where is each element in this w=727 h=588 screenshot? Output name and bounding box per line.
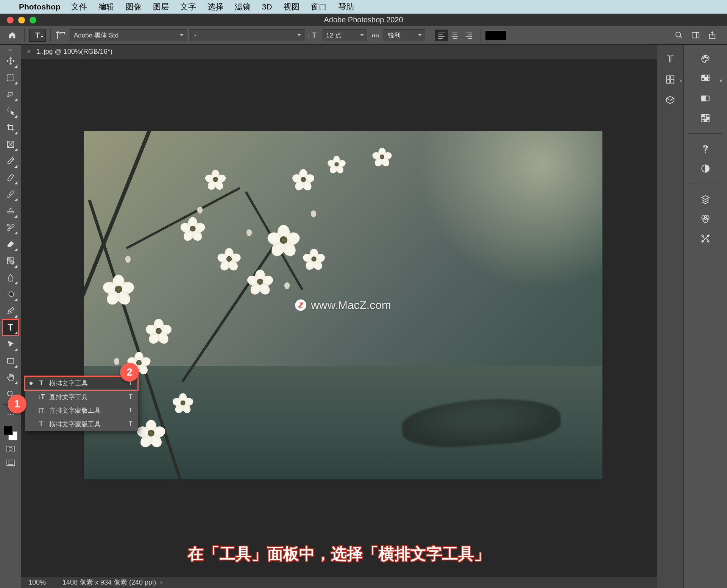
menubar-app-name[interactable]: Photoshop (19, 2, 61, 11)
blur-tool[interactable] (3, 270, 19, 285)
menu-view[interactable]: 视图 (284, 2, 300, 12)
font-size-icon: TT (307, 30, 319, 41)
quick-select-tool[interactable] (3, 103, 19, 119)
frame-tool[interactable] (3, 136, 19, 152)
menu-edit[interactable]: 编辑 (98, 2, 114, 12)
tool-preset-dropdown[interactable]: T (29, 29, 46, 42)
path-select-tool[interactable] (3, 336, 19, 352)
marquee-tool[interactable] (3, 70, 19, 86)
svg-rect-32 (702, 96, 705, 101)
menu-help[interactable]: 帮助 (338, 2, 354, 12)
flyout-vertical-type-mask[interactable]: ⁞T 直排文字蒙版工具 T (25, 404, 138, 417)
zoom-window-button[interactable] (30, 17, 36, 23)
crop-tool[interactable] (3, 120, 19, 136)
flyout-shortcut: T (129, 393, 133, 401)
home-button[interactable] (5, 29, 20, 42)
gradient-tool[interactable] (3, 253, 19, 269)
menu-window[interactable]: 窗口 (311, 2, 327, 12)
channels-panel-icon[interactable] (699, 212, 712, 226)
close-tab-icon[interactable]: × (27, 48, 31, 56)
patterns-panel-icon[interactable] (699, 111, 712, 125)
adjustments-panel-icon[interactable] (699, 162, 712, 175)
font-family-dropdown[interactable]: Adobe 黑体 Std (70, 29, 187, 41)
svg-rect-36 (704, 119, 707, 122)
menu-filter[interactable]: 滤镜 (235, 2, 251, 12)
svg-rect-20 (667, 80, 670, 83)
flyout-horizontal-type-mask[interactable]: T 横排文字蒙版工具 T (25, 417, 138, 431)
menu-image[interactable]: 图像 (126, 2, 142, 12)
color-panel-icon[interactable] (699, 52, 712, 66)
view-mode-icon[interactable] (691, 30, 700, 40)
move-tool[interactable] (3, 53, 19, 69)
lasso-tool[interactable] (3, 86, 19, 102)
type-tool[interactable]: T (3, 320, 19, 335)
status-flyout-icon[interactable]: › (160, 579, 162, 586)
svg-rect-21 (671, 80, 674, 83)
align-right-button[interactable] (462, 30, 476, 41)
dodge-tool[interactable] (3, 286, 19, 302)
minimize-window-button[interactable] (18, 17, 25, 23)
align-left-button[interactable] (435, 30, 448, 41)
menu-file[interactable]: 文件 (71, 2, 87, 12)
swatches-panel-icon[interactable] (699, 72, 712, 86)
menu-type[interactable]: 文字 (180, 2, 196, 12)
svg-rect-29 (705, 78, 707, 81)
gradients-panel-icon[interactable] (699, 92, 712, 105)
flyout-shortcut: T (129, 407, 133, 414)
svg-rect-30 (707, 78, 709, 81)
healing-brush-tool[interactable] (3, 170, 19, 186)
canvas[interactable]: Z www.MacZ.com 在「工具」面板中，选择「横排文字工具」 100% … (21, 59, 657, 588)
document-tab[interactable]: 1..jpg @ 100%(RGB/16*) (36, 48, 112, 56)
brush-tool[interactable] (3, 186, 19, 202)
color-swatches[interactable] (3, 425, 18, 441)
flyout-vertical-type[interactable]: ↓T 直排文字工具 T (25, 390, 138, 404)
properties-panel-icon[interactable] (663, 73, 677, 86)
antialiasing-label: aa (372, 31, 379, 39)
type-tool-flyout: T 横排文字工具 T ↓T 直排文字工具 T ⁞T 直排文字蒙版工具 T T 横… (25, 376, 138, 431)
layers-panel-icon[interactable] (699, 192, 712, 206)
learn-panel-icon[interactable] (699, 142, 712, 156)
svg-rect-8 (7, 174, 14, 181)
quick-mask-toggle[interactable] (4, 443, 17, 455)
panel-dock-right (684, 45, 727, 588)
zoom-level[interactable]: 100% (28, 579, 62, 586)
menu-layer[interactable]: 图层 (153, 2, 169, 12)
menu-3d[interactable]: 3D (262, 2, 272, 11)
align-center-button[interactable] (448, 30, 462, 41)
antialiasing-dropdown[interactable]: 锐利 (384, 29, 425, 41)
text-orientation-toggle[interactable] (55, 30, 67, 41)
collapse-dock-icon[interactable]: ›› (719, 77, 721, 84)
font-style-dropdown[interactable]: - (190, 29, 304, 41)
flyout-item-label: 直排文字工具 (49, 393, 88, 401)
history-panel-icon[interactable] (663, 52, 677, 66)
paths-panel-icon[interactable] (699, 232, 712, 245)
history-brush-tool[interactable] (3, 220, 19, 236)
font-size-value: 12 点 (326, 31, 342, 40)
collapse-dock-icon[interactable]: ›› (679, 77, 681, 84)
pen-tool[interactable] (3, 303, 19, 319)
flyout-item-label: 横排文字工具 (49, 379, 88, 388)
close-window-button[interactable] (7, 17, 14, 23)
antialiasing-value: 锐利 (388, 31, 401, 40)
eraser-tool[interactable] (3, 236, 19, 252)
hand-tool[interactable] (3, 370, 19, 385)
flyout-horizontal-type[interactable]: T 横排文字工具 T (25, 376, 138, 390)
text-color-swatch[interactable] (485, 30, 506, 40)
annotation-caption: 在「工具」面板中，选择「横排文字工具」 (21, 543, 657, 565)
separator (688, 133, 723, 134)
libraries-panel-icon[interactable] (663, 93, 677, 107)
svg-rect-27 (707, 75, 709, 78)
search-icon[interactable] (674, 30, 684, 40)
menu-select[interactable]: 选择 (207, 2, 223, 12)
traffic-lights (7, 17, 36, 23)
tools-collapse-icon[interactable]: ›› (0, 47, 21, 53)
rectangle-tool[interactable] (3, 353, 19, 369)
screen-mode-toggle[interactable] (4, 457, 17, 468)
svg-point-22 (703, 58, 704, 59)
font-style-value: - (194, 31, 197, 39)
share-icon[interactable] (707, 30, 717, 40)
doc-info[interactable]: 1408 像素 x 934 像素 (240 ppi) (62, 578, 156, 587)
font-size-dropdown[interactable]: 12 点 (322, 29, 367, 41)
eyedropper-tool[interactable] (3, 153, 19, 169)
clone-stamp-tool[interactable] (3, 203, 19, 219)
